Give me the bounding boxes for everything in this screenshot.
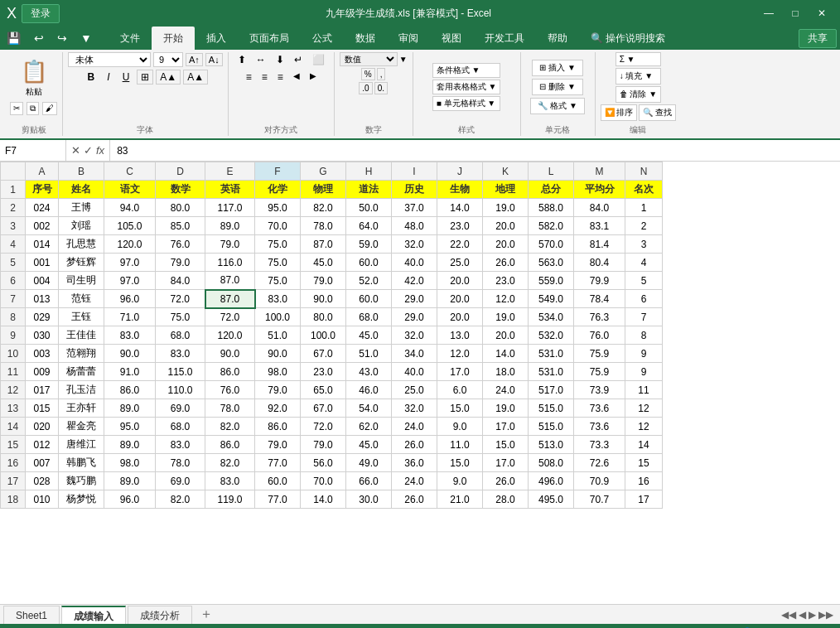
cell-M10[interactable]: 75.9: [574, 345, 625, 363]
cell-E12[interactable]: 76.0: [205, 381, 255, 399]
cell-A6[interactable]: 004: [26, 272, 59, 290]
cell-K17[interactable]: 26.0: [483, 472, 529, 490]
col-header-h[interactable]: H: [346, 162, 392, 181]
cell-C9[interactable]: 83.0: [104, 326, 156, 345]
col-header-n[interactable]: N: [625, 162, 663, 181]
cell-D8[interactable]: 75.0: [156, 308, 205, 326]
decrease-font-button[interactable]: A↓: [205, 53, 223, 66]
row-num-18[interactable]: 18: [1, 490, 26, 509]
tab-review[interactable]: 审阅: [387, 27, 430, 51]
cell-I18[interactable]: 26.0: [392, 490, 437, 509]
col-header-e[interactable]: E: [205, 162, 255, 181]
cell-L16[interactable]: 508.0: [529, 454, 574, 472]
cell-A7[interactable]: 013: [26, 290, 59, 308]
cell-N4[interactable]: 3: [625, 235, 663, 254]
row-num-16[interactable]: 16: [1, 454, 26, 472]
cell-C3[interactable]: 105.0: [104, 217, 156, 235]
cell-N9[interactable]: 8: [625, 326, 663, 345]
insert-function-icon[interactable]: fx: [96, 144, 104, 157]
cell-K15[interactable]: 15.0: [483, 436, 529, 454]
cell-C15[interactable]: 89.0: [104, 436, 156, 454]
cell-M12[interactable]: 73.9: [574, 381, 625, 399]
cell-D3[interactable]: 85.0: [156, 217, 205, 235]
cell-L7[interactable]: 549.0: [529, 290, 574, 308]
merge-cells-button[interactable]: ⬜: [308, 52, 329, 67]
col-header-k[interactable]: K: [483, 162, 529, 181]
cell-I15[interactable]: 26.0: [392, 436, 437, 454]
cell-L6[interactable]: 559.0: [529, 272, 574, 290]
cancel-formula-icon[interactable]: ✕: [71, 144, 80, 157]
cell-G6[interactable]: 79.0: [301, 272, 346, 290]
delete-cells-button[interactable]: ⊟ 删除 ▼: [532, 79, 582, 95]
copy-button[interactable]: ⧉: [27, 102, 39, 115]
login-button[interactable]: 登录: [22, 4, 60, 23]
cell-L14[interactable]: 515.0: [529, 418, 574, 436]
insert-cells-button[interactable]: ⊞ 插入 ▼: [532, 60, 582, 76]
cell-C13[interactable]: 89.0: [104, 399, 156, 418]
align-bottom-button[interactable]: ⬇: [272, 52, 288, 67]
cell-E11[interactable]: 86.0: [205, 363, 255, 381]
cell-N16[interactable]: 15: [625, 454, 663, 472]
cell-G2[interactable]: 82.0: [301, 199, 346, 217]
cell-F6[interactable]: 75.0: [255, 272, 301, 290]
cell-E14[interactable]: 82.0: [205, 418, 255, 436]
cell-G4[interactable]: 87.0: [301, 235, 346, 254]
cell-B13[interactable]: 王亦轩: [59, 399, 104, 418]
cell-A15[interactable]: 012: [26, 436, 59, 454]
cell-B10[interactable]: 范翱翔: [59, 345, 104, 363]
cell-N7[interactable]: 6: [625, 290, 663, 308]
cell-F15[interactable]: 79.0: [255, 436, 301, 454]
cell-L12[interactable]: 517.0: [529, 381, 574, 399]
cell-F13[interactable]: 92.0: [255, 399, 301, 418]
cell-B2[interactable]: 王博: [59, 199, 104, 217]
row-num-9[interactable]: 9: [1, 326, 26, 345]
cell-I13[interactable]: 32.0: [392, 399, 437, 418]
cell-C16[interactable]: 98.0: [104, 454, 156, 472]
scroll-tabs-right-icon[interactable]: ▶▶: [818, 609, 833, 621]
cell-F4[interactable]: 75.0: [255, 235, 301, 254]
tab-data[interactable]: 数据: [344, 27, 387, 51]
cell-F16[interactable]: 77.0: [255, 454, 301, 472]
cell-H3[interactable]: 64.0: [346, 217, 392, 235]
undo-quick-icon[interactable]: ↩: [31, 30, 47, 46]
cell-H18[interactable]: 30.0: [346, 490, 392, 509]
cell-K16[interactable]: 17.0: [483, 454, 529, 472]
cell-K7[interactable]: 12.0: [483, 290, 529, 308]
cell-M9[interactable]: 76.0: [574, 326, 625, 345]
cell-l1[interactable]: 总分: [529, 181, 574, 199]
cell-K12[interactable]: 24.0: [483, 381, 529, 399]
row-num-4[interactable]: 4: [1, 235, 26, 254]
fill-button[interactable]: ↓ 填充 ▼: [616, 68, 661, 85]
close-button[interactable]: ✕: [810, 4, 833, 22]
cell-B11[interactable]: 杨蕾蕾: [59, 363, 104, 381]
cell-L13[interactable]: 515.0: [529, 399, 574, 418]
cell-E7[interactable]: 87.0: [205, 290, 255, 308]
border-button[interactable]: ⊞: [137, 70, 153, 85]
scroll-tabs-left-icon[interactable]: ◀◀: [781, 609, 796, 621]
cell-I11[interactable]: 40.0: [392, 363, 437, 381]
cell-g1[interactable]: 物理: [301, 181, 346, 199]
cell-h1[interactable]: 道法: [346, 181, 392, 199]
cell-m1[interactable]: 平均分: [574, 181, 625, 199]
cell-J11[interactable]: 17.0: [437, 363, 483, 381]
font-color-button[interactable]: A▲: [183, 70, 208, 85]
cell-G7[interactable]: 90.0: [301, 290, 346, 308]
wrap-text-button[interactable]: ↵: [290, 52, 307, 67]
cell-G3[interactable]: 78.0: [301, 217, 346, 235]
cell-I4[interactable]: 32.0: [392, 235, 437, 254]
cell-F7[interactable]: 83.0: [255, 290, 301, 308]
font-size-selector[interactable]: 9: [153, 52, 183, 67]
cell-L10[interactable]: 531.0: [529, 345, 574, 363]
col-header-l[interactable]: L: [529, 162, 574, 181]
cell-J12[interactable]: 6.0: [437, 381, 483, 399]
cell-C4[interactable]: 120.0: [104, 235, 156, 254]
cell-D15[interactable]: 83.0: [156, 436, 205, 454]
bold-button[interactable]: B: [83, 70, 100, 85]
cell-L15[interactable]: 513.0: [529, 436, 574, 454]
cell-C6[interactable]: 97.0: [104, 272, 156, 290]
cell-C5[interactable]: 97.0: [104, 254, 156, 272]
cell-D18[interactable]: 82.0: [156, 490, 205, 509]
cell-F18[interactable]: 77.0: [255, 490, 301, 509]
cell-k1[interactable]: 地理: [483, 181, 529, 199]
cell-D13[interactable]: 69.0: [156, 399, 205, 418]
